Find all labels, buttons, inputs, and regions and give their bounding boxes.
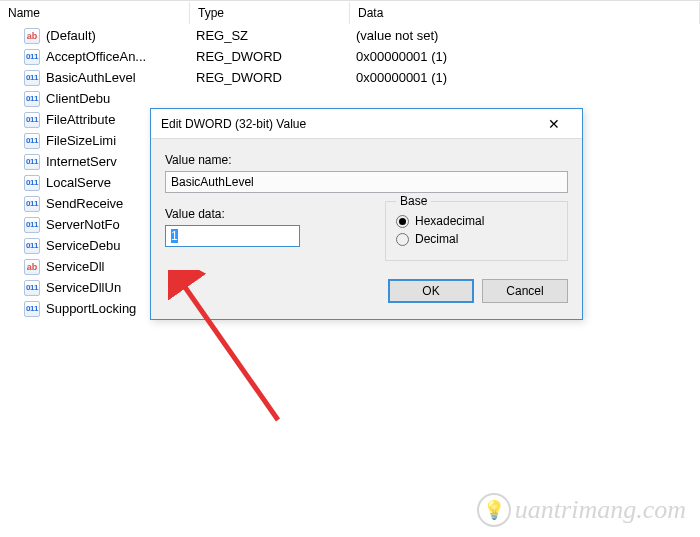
ok-button[interactable]: OK <box>388 279 474 303</box>
reg-dword-icon: 011 <box>24 280 40 296</box>
base-fieldset: Base Hexadecimal Decimal <box>385 201 568 261</box>
dialog-titlebar[interactable]: Edit DWORD (32-bit) Value ✕ <box>151 109 582 139</box>
base-legend: Base <box>396 194 431 208</box>
column-header-type[interactable]: Type <box>190 2 350 24</box>
reg-dword-icon: 011 <box>24 133 40 149</box>
row-name: InternetServ <box>46 154 117 169</box>
reg-dword-icon: 011 <box>24 175 40 191</box>
row-data: 0x00000001 (1) <box>350 49 700 64</box>
value-data-input[interactable]: 1 <box>165 225 300 247</box>
row-data: (value not set) <box>350 28 700 43</box>
bulb-icon: 💡 <box>477 493 511 527</box>
reg-dword-icon: 011 <box>24 217 40 233</box>
reg-dword-icon: 011 <box>24 49 40 65</box>
row-name: AcceptOfficeAn... <box>46 49 146 64</box>
row-name: BasicAuthLevel <box>46 70 136 85</box>
table-row[interactable]: 011AcceptOfficeAn...REG_DWORD0x00000001 … <box>0 46 700 67</box>
table-row[interactable]: 011BasicAuthLevelREG_DWORD0x00000001 (1) <box>0 67 700 88</box>
row-type: REG_DWORD <box>190 49 350 64</box>
radio-icon <box>396 215 409 228</box>
dialog-title: Edit DWORD (32-bit) Value <box>161 117 534 131</box>
reg-dword-icon: 011 <box>24 70 40 86</box>
reg-dword-icon: 011 <box>24 301 40 317</box>
reg-dword-icon: 011 <box>24 91 40 107</box>
cancel-button[interactable]: Cancel <box>482 279 568 303</box>
value-name-input[interactable] <box>165 171 568 193</box>
row-type: REG_SZ <box>190 28 350 43</box>
reg-dword-icon: 011 <box>24 196 40 212</box>
radio-icon <box>396 233 409 246</box>
watermark: 💡 uantrimang.com <box>477 493 686 527</box>
edit-dword-dialog: Edit DWORD (32-bit) Value ✕ Value name: … <box>150 108 583 320</box>
row-name: SupportLocking <box>46 301 136 316</box>
row-name: ClientDebu <box>46 91 110 106</box>
column-header-data[interactable]: Data <box>350 2 700 24</box>
radio-label: Decimal <box>415 232 458 246</box>
value-name-label: Value name: <box>165 153 568 167</box>
reg-dword-icon: 011 <box>24 154 40 170</box>
radio-label: Hexadecimal <box>415 214 484 228</box>
list-header: Name Type Data <box>0 1 700 25</box>
row-type: REG_DWORD <box>190 70 350 85</box>
row-name: ServerNotFo <box>46 217 120 232</box>
close-button[interactable]: ✕ <box>534 110 574 138</box>
reg-sz-icon: ab <box>24 28 40 44</box>
table-row[interactable]: ab(Default)REG_SZ(value not set) <box>0 25 700 46</box>
row-name: ServiceDllUn <box>46 280 121 295</box>
reg-sz-icon: ab <box>24 259 40 275</box>
reg-dword-icon: 011 <box>24 238 40 254</box>
row-name: ServiceDll <box>46 259 105 274</box>
row-name: FileAttribute <box>46 112 115 127</box>
radio-hexadecimal[interactable]: Hexadecimal <box>396 214 557 228</box>
row-name: (Default) <box>46 28 96 43</box>
row-name: LocalServe <box>46 175 111 190</box>
row-data: 0x00000001 (1) <box>350 70 700 85</box>
column-header-name[interactable]: Name <box>0 2 190 24</box>
row-name: FileSizeLimi <box>46 133 116 148</box>
row-name: ServiceDebu <box>46 238 120 253</box>
value-data-label: Value data: <box>165 207 365 221</box>
radio-decimal[interactable]: Decimal <box>396 232 557 246</box>
row-name: SendReceive <box>46 196 123 211</box>
table-row[interactable]: 011ClientDebu <box>0 88 700 109</box>
reg-dword-icon: 011 <box>24 112 40 128</box>
